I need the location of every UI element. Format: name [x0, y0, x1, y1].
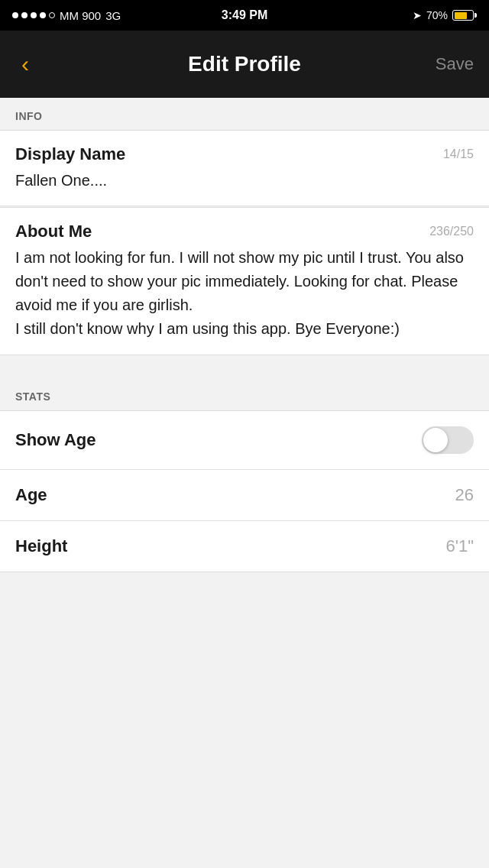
toggle-knob: [423, 428, 448, 452]
about-me-line2: I still don't know why I am using this a…: [15, 320, 400, 337]
stats-section: Show Age Age 26 Height 6'1": [0, 410, 489, 572]
battery-fill: [455, 12, 467, 19]
show-age-row: Show Age: [0, 411, 489, 470]
battery-percent: 70%: [426, 9, 448, 21]
dot2: [21, 12, 28, 18]
show-age-label: Show Age: [15, 430, 96, 450]
about-me-header: About Me 236/250: [15, 222, 474, 241]
dot4: [40, 12, 46, 18]
carrier-label: MM 900: [60, 9, 101, 22]
about-me-section: About Me 236/250 I am not looking for fu…: [0, 207, 489, 355]
stats-section-header: STATS: [0, 378, 489, 410]
back-button[interactable]: ‹: [15, 48, 35, 80]
battery-icon: [452, 10, 477, 21]
display-name-label: Display Name: [15, 144, 125, 164]
height-row: Height 6'1": [0, 521, 489, 572]
location-icon: ➤: [413, 9, 422, 21]
about-me-row: About Me 236/250 I am not looking for fu…: [0, 208, 489, 355]
height-label: Height: [15, 536, 67, 556]
network-label: 3G: [105, 9, 121, 22]
display-name-row: Display Name 14/15 Fallen One....: [0, 131, 489, 206]
age-label: Age: [15, 485, 47, 505]
page-title: Edit Profile: [188, 52, 301, 76]
height-value: 6'1": [446, 536, 474, 556]
age-value: 26: [455, 485, 474, 505]
status-right: ➤ 70%: [413, 9, 477, 21]
about-me-line1: I am not looking for fun. I will not sho…: [15, 249, 464, 313]
age-row: Age 26: [0, 470, 489, 521]
display-name-header: Display Name 14/15: [15, 144, 474, 164]
status-bar: MM 900 3G 3:49 PM ➤ 70%: [0, 0, 489, 31]
about-me-text[interactable]: I am not looking for fun. I will not sho…: [15, 246, 474, 341]
info-section-header: INFO: [0, 98, 489, 130]
battery-body: [452, 10, 474, 21]
about-me-label: About Me: [15, 222, 92, 241]
show-age-toggle[interactable]: [422, 426, 474, 454]
display-name-value[interactable]: Fallen One....: [15, 169, 474, 192]
status-left: MM 900 3G: [12, 9, 121, 22]
battery-tip: [474, 13, 477, 18]
dot5: [49, 12, 55, 18]
status-time: 3:49 PM: [222, 8, 267, 22]
about-me-counter: 236/250: [429, 225, 474, 238]
signal-dots: [12, 12, 55, 18]
section-spacer: [0, 355, 489, 378]
save-button[interactable]: Save: [436, 54, 474, 74]
dot1: [12, 12, 18, 18]
dot3: [31, 12, 37, 18]
display-name-counter: 14/15: [443, 147, 474, 161]
display-name-section: Display Name 14/15 Fallen One....: [0, 130, 489, 206]
nav-bar: ‹ Edit Profile Save: [0, 31, 489, 98]
